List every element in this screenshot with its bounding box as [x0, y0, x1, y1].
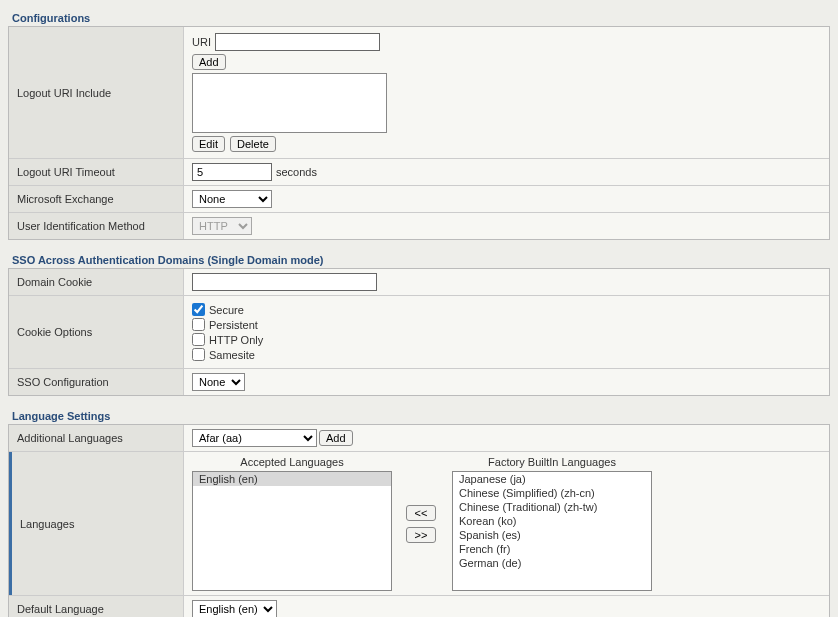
http-only-label: HTTP Only — [209, 334, 263, 346]
sso-box: Domain Cookie Cookie Options Secure Pers… — [8, 268, 830, 396]
logout-uri-timeout-input[interactable] — [192, 163, 272, 181]
domain-cookie-label: Domain Cookie — [9, 269, 184, 295]
factory-languages-header: Factory BuiltIn Languages — [488, 456, 616, 468]
list-item[interactable]: Japanese (ja) — [453, 472, 651, 486]
accepted-languages-header: Accepted Languages — [240, 456, 343, 468]
configurations-box: Logout URI Include URI Add Edit Delete L… — [8, 26, 830, 240]
move-right-button[interactable]: >> — [406, 527, 436, 543]
edit-uri-button[interactable]: Edit — [192, 136, 225, 152]
sso-title: SSO Across Authentication Domains (Singl… — [8, 250, 830, 268]
microsoft-exchange-label: Microsoft Exchange — [9, 186, 184, 212]
add-language-button[interactable]: Add — [319, 430, 353, 446]
sso-configuration-label: SSO Configuration — [9, 369, 184, 395]
language-settings-title: Language Settings — [8, 406, 830, 424]
user-identification-method-label: User Identification Method — [9, 213, 184, 239]
default-language-label: Default Language — [9, 596, 184, 617]
add-uri-button[interactable]: Add — [192, 54, 226, 70]
uri-listbox[interactable] — [192, 73, 387, 133]
seconds-label: seconds — [276, 166, 317, 178]
list-item[interactable]: Chinese (Traditional) (zh-tw) — [453, 500, 651, 514]
list-item[interactable]: Chinese (Simplified) (zh-cn) — [453, 486, 651, 500]
logout-uri-timeout-label: Logout URI Timeout — [9, 159, 184, 185]
additional-languages-select[interactable]: Afar (aa) — [192, 429, 317, 447]
secure-label: Secure — [209, 304, 244, 316]
secure-checkbox[interactable] — [192, 303, 205, 316]
uri-label: URI — [192, 36, 211, 48]
list-item[interactable]: Spanish (es) — [453, 528, 651, 542]
persistent-checkbox[interactable] — [192, 318, 205, 331]
language-settings-box: Additional Languages Afar (aa) Add Langu… — [8, 424, 830, 617]
move-left-button[interactable]: << — [406, 505, 436, 521]
additional-languages-label: Additional Languages — [9, 425, 184, 451]
samesite-checkbox[interactable] — [192, 348, 205, 361]
configurations-title: Configurations — [8, 8, 830, 26]
cookie-options-label: Cookie Options — [9, 296, 184, 368]
domain-cookie-input[interactable] — [192, 273, 377, 291]
uri-input[interactable] — [215, 33, 380, 51]
persistent-label: Persistent — [209, 319, 258, 331]
sso-configuration-select[interactable]: None — [192, 373, 245, 391]
list-item[interactable]: German (de) — [453, 556, 651, 570]
samesite-label: Samesite — [209, 349, 255, 361]
factory-languages-list[interactable]: Japanese (ja)Chinese (Simplified) (zh-cn… — [452, 471, 652, 591]
logout-uri-include-label: Logout URI Include — [9, 27, 184, 158]
list-item[interactable]: French (fr) — [453, 542, 651, 556]
accepted-languages-list[interactable]: English (en) — [192, 471, 392, 591]
default-language-select[interactable]: English (en) — [192, 600, 277, 617]
microsoft-exchange-select[interactable]: None — [192, 190, 272, 208]
languages-label: Languages — [12, 452, 184, 595]
user-identification-method-select: HTTP — [192, 217, 252, 235]
list-item[interactable]: Korean (ko) — [453, 514, 651, 528]
http-only-checkbox[interactable] — [192, 333, 205, 346]
delete-uri-button[interactable]: Delete — [230, 136, 276, 152]
list-item[interactable]: English (en) — [193, 472, 391, 486]
